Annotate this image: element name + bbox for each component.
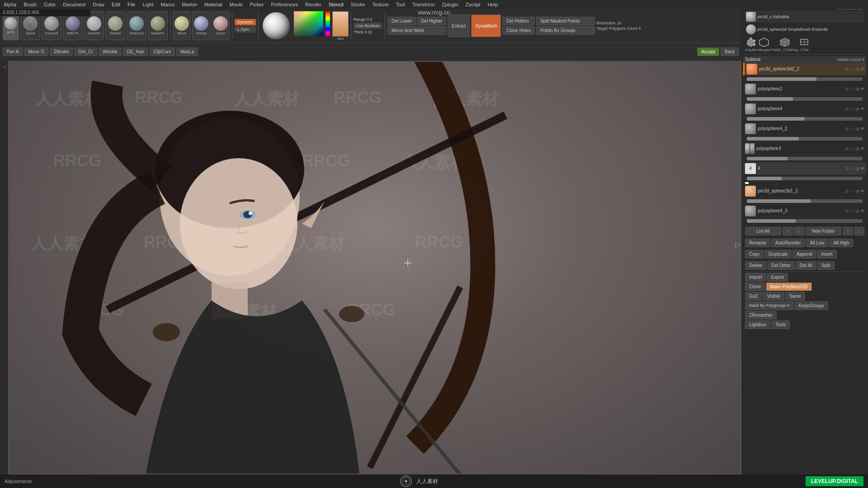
move-button[interactable]: Move bbox=[173, 11, 191, 40]
menu-texture[interactable]: Texture bbox=[369, 1, 392, 8]
subtool-polysphere3[interactable]: polysphere3 ⊙↑↓◎👁 bbox=[743, 142, 866, 155]
del-other-btn[interactable]: Del Other bbox=[767, 261, 795, 270]
extract-btn[interactable]: Extract bbox=[448, 14, 470, 37]
rename-btn[interactable]: Rename bbox=[745, 239, 770, 247]
subtool-polysphere2[interactable]: polysphere2 ⊙↑↓◎👁 bbox=[743, 83, 866, 95]
de-hair-btn[interactable]: DE_Hair bbox=[123, 47, 148, 56]
wrinkle-btn[interactable]: Wrinkle bbox=[99, 47, 122, 56]
orb-cr-btn[interactable]: Orb_Cr bbox=[74, 47, 97, 56]
menu-movie[interactable]: Movie bbox=[226, 1, 246, 8]
close-holes-btn[interactable]: Close Holes bbox=[502, 26, 535, 35]
menu-edit[interactable]: Edit bbox=[108, 1, 124, 8]
insert-btn[interactable]: Insert bbox=[817, 250, 837, 258]
subtool-polysphere4-2[interactable]: polysphere4_2 ⊙↑↓◎👁 bbox=[743, 122, 866, 135]
brush-slash2[interactable]: Slash2 bbox=[105, 11, 125, 40]
menu-preferences[interactable]: Preferences bbox=[267, 1, 301, 8]
append-btn[interactable]: Append bbox=[793, 250, 816, 258]
subtool-4[interactable]: 4 4 ⊙↑↓◎👁 bbox=[743, 162, 866, 175]
subtool-pm3d-sphere3d1[interactable]: pm3d_sphere3d1_2 ⊙↑↓◎👁 bbox=[743, 185, 866, 197]
polymode-button-3[interactable]: PM3D_CTMPoly bbox=[771, 37, 798, 52]
polymode-button-1[interactable]: PolyMe bbox=[745, 37, 757, 52]
zremesher-btn[interactable]: ZRemesher bbox=[745, 311, 777, 319]
del-higher-btn[interactable]: Del Higher bbox=[417, 17, 446, 25]
export-btn[interactable]: Export bbox=[767, 273, 788, 282]
brush-masspe[interactable]: MassPe bbox=[148, 11, 168, 40]
menu-color[interactable]: Color bbox=[40, 1, 59, 8]
list-all-arrow-down[interactable]: ↓ bbox=[794, 227, 804, 235]
same-btn[interactable]: Same bbox=[785, 292, 805, 300]
subtool-pm3d-sphere3d2[interactable]: pm3d_sphere3d2_2 ⊙↑↓◎👁 bbox=[743, 63, 866, 75]
subtool-polysphere4-3[interactable]: polysphere4_3 ⊙↑↓◎👁 bbox=[743, 205, 866, 217]
list-all-btn[interactable]: List All bbox=[745, 227, 781, 235]
dynamic-button[interactable]: Dynamic bbox=[235, 19, 256, 25]
menu-marker[interactable]: Marker bbox=[178, 1, 201, 8]
keep-groups-btn[interactable]: KeepGroups bbox=[795, 301, 828, 310]
new-folder-arrow-up[interactable]: ↑ bbox=[843, 227, 853, 235]
lsym-button[interactable]: L.Sym bbox=[235, 26, 256, 33]
tools-label-btn[interactable]: Tools bbox=[771, 320, 790, 329]
menu-draw[interactable]: Draw bbox=[89, 1, 108, 8]
all-high-btn[interactable]: All High bbox=[830, 239, 853, 247]
back-btn[interactable]: Back bbox=[721, 47, 739, 56]
skin-swatch[interactable]: Skin bbox=[332, 11, 349, 41]
menu-tool[interactable]: Tool bbox=[392, 1, 409, 8]
menu-file[interactable]: File bbox=[124, 1, 139, 8]
brush-selectla[interactable]: SelectLa bbox=[127, 11, 146, 40]
masla-btn[interactable]: MasLa bbox=[176, 47, 198, 56]
delete-btn[interactable]: Delete bbox=[745, 261, 766, 270]
canvas-viewport[interactable]: 人人素材 RRCG 人人素材 RRCG 人人素材 RRCG 人人素材 RRCG … bbox=[8, 61, 741, 474]
polymode-button-2[interactable]: Merged bbox=[758, 37, 770, 52]
color-picker[interactable] bbox=[294, 11, 330, 41]
menu-render[interactable]: Render bbox=[302, 1, 325, 8]
polymode-button-4[interactable]: CTM bbox=[799, 37, 810, 52]
menu-help[interactable]: Help bbox=[484, 1, 502, 8]
new-folder-btn[interactable]: New Folder bbox=[806, 227, 842, 235]
make-polymesh-btn[interactable]: Make PolyMesh3D bbox=[766, 282, 812, 291]
split-masked-btn[interactable]: Split Masked Points bbox=[536, 17, 595, 25]
menu-zplugin[interactable]: Zplugin bbox=[439, 1, 462, 8]
menu-picker[interactable]: Picker bbox=[246, 1, 268, 8]
alpha-bar-item[interactable]: pm3d_s AlphaBar bbox=[745, 11, 864, 23]
new-folder-arrow-down[interactable]: ↓ bbox=[854, 227, 864, 235]
import-btn[interactable]: Import bbox=[745, 273, 766, 282]
menu-macro[interactable]: Macro bbox=[157, 1, 179, 8]
goz-btn[interactable]: GoZ bbox=[745, 292, 762, 300]
clone-btn[interactable]: Clone bbox=[745, 282, 765, 291]
menu-stroke[interactable]: Stroke bbox=[347, 1, 369, 8]
lightbox-btn[interactable]: Lightbox bbox=[745, 320, 770, 329]
menu-brush[interactable]: Brush bbox=[20, 1, 40, 8]
transp-button[interactable]: Transp bbox=[192, 11, 210, 40]
auto-reorder-btn[interactable]: AutoReorder bbox=[771, 239, 805, 247]
split-btn[interactable]: Split bbox=[817, 261, 834, 270]
del-hidden-btn[interactable]: Del Hidden bbox=[502, 17, 535, 25]
scroll-right-btn[interactable]: ▷ bbox=[735, 240, 741, 249]
zmodel-btn[interactable]: ZModel bbox=[50, 47, 73, 56]
mask-polygroups-btn[interactable]: Mask By Polygroups 0 bbox=[745, 301, 794, 310]
menu-alpha[interactable]: Alpha bbox=[0, 1, 20, 8]
dynamesh-btn[interactable]: DynaMesh bbox=[471, 14, 501, 37]
menu-transform[interactable]: Transform bbox=[409, 1, 439, 8]
subtool-polysphere4[interactable]: polysphere4 ⊙↑↓◎👁 bbox=[743, 103, 866, 115]
all-low-btn[interactable]: All Low bbox=[806, 239, 829, 247]
clip-curv-btn[interactable]: ClipCurv bbox=[150, 47, 175, 56]
list-all-arrow-up[interactable]: ↑ bbox=[783, 227, 793, 235]
mirror-weld-btn[interactable]: Mirror And Weld bbox=[387, 26, 446, 35]
polish-groups-btn[interactable]: Polish By Groups bbox=[536, 26, 595, 35]
menu-stencil[interactable]: Stencil bbox=[325, 1, 347, 8]
menu-zscript[interactable]: Zscript bbox=[462, 1, 484, 8]
del-lower-btn[interactable]: Del Lower bbox=[387, 17, 416, 25]
zoom-button[interactable]: Zoom bbox=[212, 11, 230, 40]
del-all-btn[interactable]: Del All bbox=[796, 261, 816, 270]
simple-brush-item[interactable]: pm3d_sphere3d SimpleBrush EraserBr bbox=[745, 23, 864, 35]
accept-btn[interactable]: Accept bbox=[697, 47, 719, 56]
pen-a-btn[interactable]: Pen A bbox=[3, 47, 23, 56]
visible-btn[interactable]: Visible bbox=[763, 292, 784, 300]
menu-material[interactable]: Material bbox=[201, 1, 226, 8]
move-ti-btn[interactable]: Move Ti bbox=[24, 47, 48, 56]
copy-btn[interactable]: Copy bbox=[745, 250, 764, 258]
left-arrow-btn[interactable]: ◁ bbox=[2, 63, 6, 71]
duplicate-btn[interactable]: Duplicate bbox=[764, 250, 792, 258]
menu-document[interactable]: Document bbox=[59, 1, 89, 8]
live-boolean-button[interactable]: Live Boolean bbox=[354, 23, 382, 29]
menu-light[interactable]: Light bbox=[139, 1, 157, 8]
